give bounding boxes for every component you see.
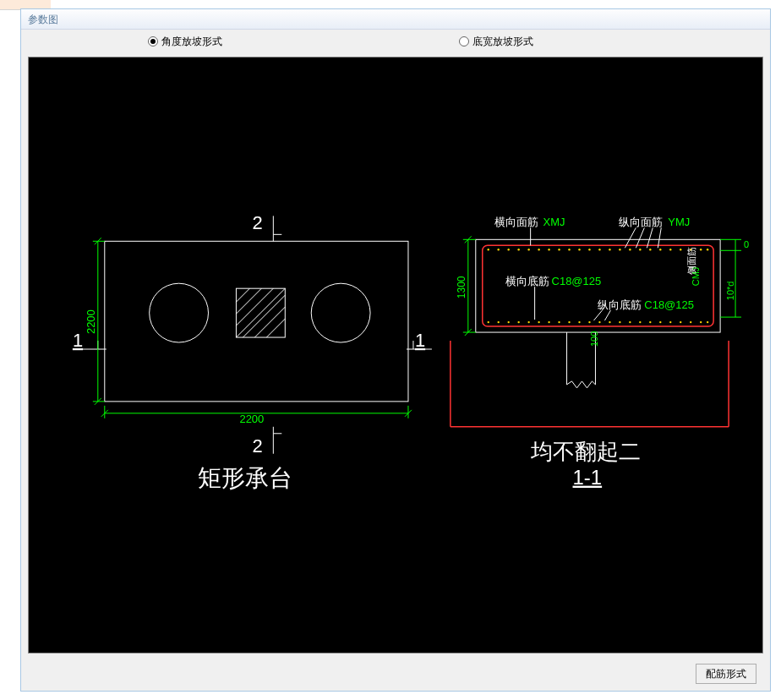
svg-point-48	[680, 249, 681, 250]
right-section-view: 横向面筋 XMJ 纵向面筋 YMJ 横向底筋 C18@125	[451, 216, 749, 488]
dim-100: 100	[589, 331, 599, 347]
svg-line-6	[236, 288, 249, 302]
svg-line-90	[604, 310, 610, 320]
svg-point-33	[527, 249, 529, 250]
label-zxmj: 纵向面筋 YMJ	[619, 216, 690, 248]
svg-text:横向面筋: 横向面筋	[494, 216, 538, 228]
svg-point-67	[639, 321, 641, 323]
radio-width-slope[interactable]: 底宽放坡形式	[459, 35, 533, 49]
svg-point-57	[538, 321, 539, 323]
svg-line-0	[236, 288, 273, 325]
radio-label: 底宽放坡形式	[472, 35, 533, 49]
svg-point-55	[517, 321, 519, 323]
svg-line-1	[236, 288, 285, 337]
rebar-form-button[interactable]: 配筋形式	[696, 664, 756, 684]
svg-point-56	[527, 321, 529, 323]
svg-point-39	[588, 249, 590, 250]
button-label: 配筋形式	[706, 668, 746, 680]
svg-text:纵向底筋: 纵向底筋	[598, 298, 642, 311]
svg-text:纵向面筋: 纵向面筋	[619, 216, 663, 228]
svg-point-35	[548, 249, 549, 250]
svg-point-50	[700, 249, 702, 250]
svg-point-38	[578, 249, 580, 250]
svg-line-3	[254, 307, 285, 337]
dim-width-value: 2200	[239, 413, 264, 425]
svg-point-31	[507, 249, 509, 250]
svg-point-29	[488, 249, 489, 250]
svg-text:2: 2	[252, 212, 262, 233]
svg-point-45	[649, 249, 651, 250]
svg-point-59	[558, 321, 560, 323]
svg-point-58	[548, 321, 549, 323]
dim-right	[720, 239, 741, 317]
svg-point-65	[619, 321, 620, 323]
radio-angle-slope[interactable]: 角度放坡形式	[148, 35, 222, 49]
svg-point-46	[659, 249, 661, 250]
svg-point-72	[690, 321, 691, 323]
svg-point-41	[609, 249, 610, 250]
svg-point-73	[700, 321, 702, 323]
radio-circle-icon	[148, 36, 158, 46]
svg-point-47	[669, 249, 671, 250]
right-title-2: 1-1	[573, 466, 603, 489]
section-mark-1-right: 1	[407, 330, 432, 351]
title-text: 参数图	[28, 14, 58, 25]
svg-point-69	[659, 321, 661, 323]
dialog-title: 参数图	[21, 9, 770, 30]
svg-text:横向底筋: 横向底筋	[505, 275, 549, 287]
svg-point-40	[598, 249, 600, 250]
svg-line-5	[236, 288, 261, 314]
parameter-dialog: 参数图 角度放坡形式 底宽放坡形式	[20, 8, 771, 692]
hatch-pattern	[236, 288, 285, 337]
svg-point-60	[568, 321, 570, 323]
svg-point-61	[578, 321, 580, 323]
label-cmj: CMJ 侧面筋	[686, 247, 701, 286]
pile-right	[311, 283, 370, 342]
section-mark-2-bottom: 2	[252, 427, 281, 457]
section-mark-2-top: 2	[252, 212, 281, 241]
label-hxmj: 横向面筋 XMJ	[494, 216, 565, 245]
svg-point-32	[517, 249, 519, 250]
svg-point-66	[629, 321, 631, 323]
pile-left	[150, 283, 209, 342]
radio-label: 角度放坡形式	[161, 35, 222, 49]
svg-text:侧面筋: 侧面筋	[686, 247, 696, 275]
label-hxdj: 横向底筋 C18@125	[505, 275, 601, 320]
svg-point-70	[669, 321, 671, 323]
right-title-1: 均不翻起二	[530, 440, 641, 463]
svg-point-37	[568, 249, 570, 250]
svg-point-64	[609, 321, 610, 323]
svg-point-30	[498, 249, 500, 250]
svg-text:2: 2	[252, 435, 262, 457]
svg-point-71	[680, 321, 681, 323]
svg-text:XMJ: XMJ	[543, 216, 565, 228]
svg-text:C18@125: C18@125	[644, 298, 694, 311]
svg-point-36	[558, 249, 560, 250]
cad-drawing: 2 2 1 1	[29, 57, 762, 653]
red-outer-bracket	[451, 341, 729, 427]
svg-point-42	[619, 249, 620, 250]
radio-circle-icon	[459, 36, 469, 46]
svg-line-89	[593, 310, 602, 320]
svg-point-53	[498, 321, 500, 323]
left-title: 矩形承台	[198, 465, 292, 491]
svg-text:1: 1	[415, 330, 425, 351]
radio-group: 角度放坡形式 底宽放坡形式	[21, 30, 770, 53]
svg-point-54	[507, 321, 509, 323]
svg-point-62	[588, 321, 590, 323]
svg-point-74	[707, 321, 708, 323]
bottom-bar: 配筋形式	[21, 657, 770, 691]
svg-point-68	[649, 321, 651, 323]
svg-point-34	[538, 249, 539, 250]
label-zxdj: 纵向底筋 C18@125	[593, 298, 693, 320]
svg-point-43	[629, 249, 631, 250]
svg-text:C18@125: C18@125	[552, 275, 602, 287]
svg-line-2	[243, 295, 285, 337]
svg-text:1: 1	[73, 330, 83, 351]
dim-0: 0	[744, 239, 749, 249]
svg-point-63	[598, 321, 600, 323]
dim-1300-value: 1300	[456, 276, 467, 298]
svg-point-51	[707, 249, 708, 250]
drawing-canvas: 2 2 1 1	[28, 57, 763, 654]
left-plan-view: 2 2 1 1	[73, 212, 432, 490]
